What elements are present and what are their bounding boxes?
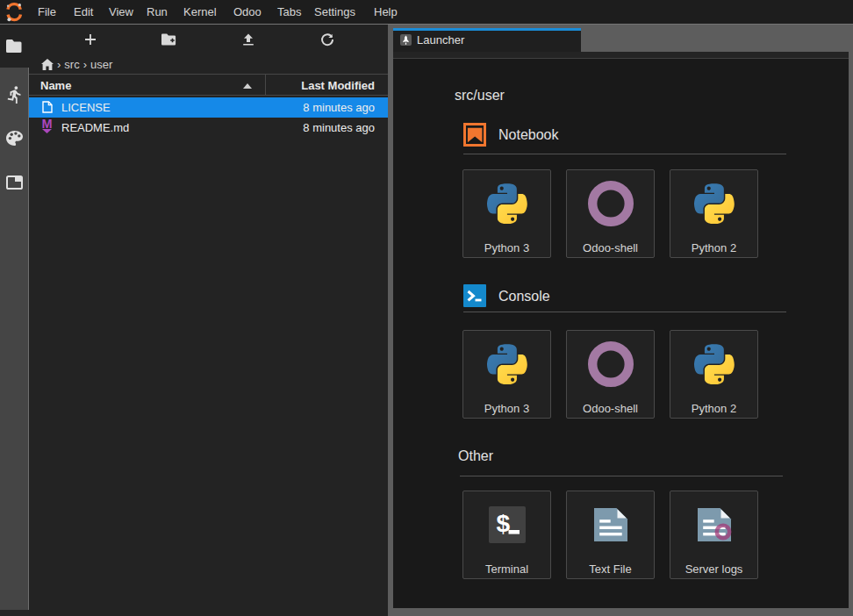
svg-text:$: $ xyxy=(496,510,510,537)
